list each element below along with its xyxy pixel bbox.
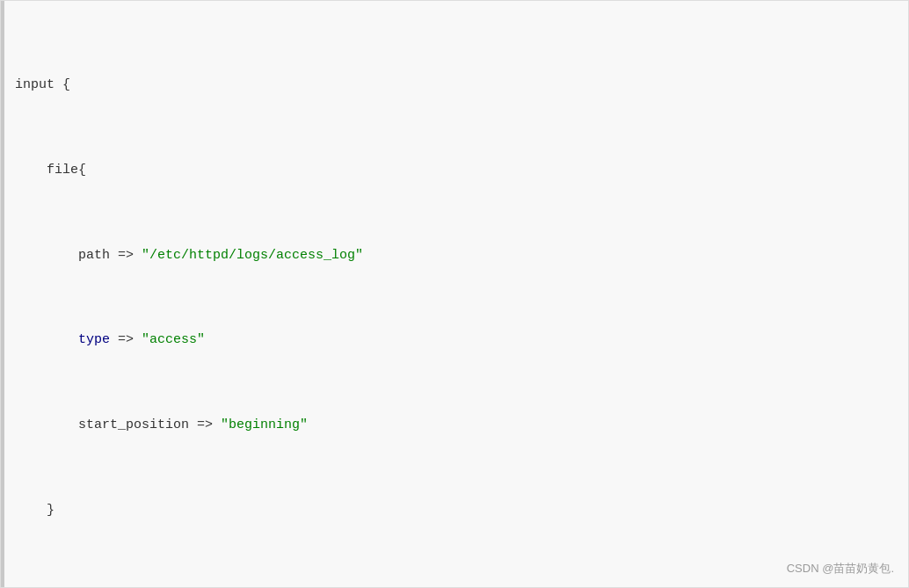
watermark: CSDN @苗苗奶黄包.: [787, 561, 894, 577]
code-line-7: file{: [15, 585, 894, 589]
code-line-6: }: [15, 500, 894, 522]
code-line-4: type => "access": [15, 330, 894, 352]
code-line-2: file{: [15, 160, 894, 182]
left-bar: [1, 1, 4, 587]
code-line-3: path => "/etc/httpd/logs/access_log": [15, 245, 894, 267]
code-line-1: input {: [15, 75, 894, 97]
code-line-5: start_position => "beginning": [15, 415, 894, 437]
code-block: input { file{ path => "/etc/httpd/logs/a…: [15, 11, 894, 588]
code-editor: input { file{ path => "/etc/httpd/logs/a…: [0, 0, 909, 588]
